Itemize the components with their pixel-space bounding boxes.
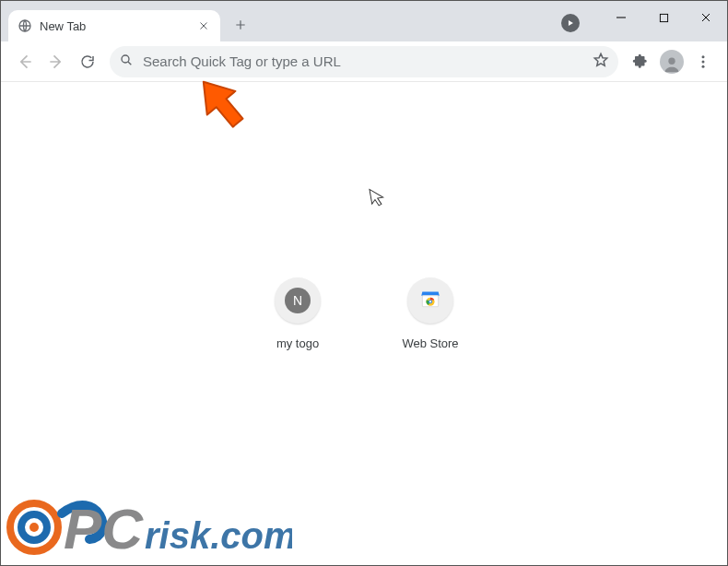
svg-point-6: [702, 65, 705, 67]
shortcut-row: N my togo Web Store: [1, 277, 727, 350]
nav-forward-button[interactable]: [41, 47, 71, 77]
avatar-icon: [660, 50, 684, 74]
window-close-button[interactable]: [685, 1, 727, 34]
svg-point-4: [702, 55, 705, 58]
shortcut-label: my togo: [276, 336, 319, 350]
tab-close-button[interactable]: [194, 17, 213, 35]
shortcut-favicon-circle: N: [275, 277, 321, 324]
menu-button[interactable]: [688, 47, 718, 77]
mouse-cursor-icon: [369, 186, 387, 213]
svg-rect-1: [660, 14, 667, 21]
tab-title: New Tab: [40, 19, 187, 33]
new-tab-button[interactable]: [228, 12, 253, 38]
window-maximize-button[interactable]: [642, 1, 685, 34]
svg-point-2: [122, 55, 129, 63]
browser-tab-active[interactable]: New Tab: [8, 10, 220, 41]
webstore-icon: [418, 287, 442, 314]
globe-icon: [18, 18, 32, 33]
svg-point-10: [429, 301, 431, 302]
svg-point-13: [29, 523, 39, 532]
search-icon: [119, 53, 134, 71]
omnibox-input[interactable]: [143, 53, 583, 69]
watermark-text: risk.com: [145, 515, 292, 556]
toolbar: [1, 41, 727, 82]
nav-reload-button[interactable]: [73, 47, 102, 77]
window-minimize-button[interactable]: [600, 1, 642, 34]
nav-back-button[interactable]: [10, 47, 40, 77]
svg-point-3: [668, 57, 675, 64]
svg-text:PC: PC: [64, 497, 144, 560]
shortcut-label: Web Store: [402, 336, 458, 350]
shortcut-webstore[interactable]: Web Store: [386, 277, 475, 350]
media-control-badge[interactable]: [561, 14, 580, 32]
extensions-icon[interactable]: [626, 47, 655, 77]
titlebar: New Tab: [1, 1, 727, 41]
shortcut-letter-badge: N: [285, 288, 311, 313]
shortcut-mytogo[interactable]: N my togo: [253, 277, 342, 350]
shortcut-favicon-circle: [407, 277, 453, 324]
window-controls: [600, 1, 727, 34]
pcrisk-watermark: PC risk.com: [6, 477, 292, 560]
omnibox[interactable]: [110, 46, 618, 77]
page-content: N my togo Web Store: [1, 82, 727, 565]
profile-avatar[interactable]: [657, 47, 687, 77]
bookmark-star-icon[interactable]: [593, 52, 609, 72]
svg-point-5: [702, 60, 705, 63]
